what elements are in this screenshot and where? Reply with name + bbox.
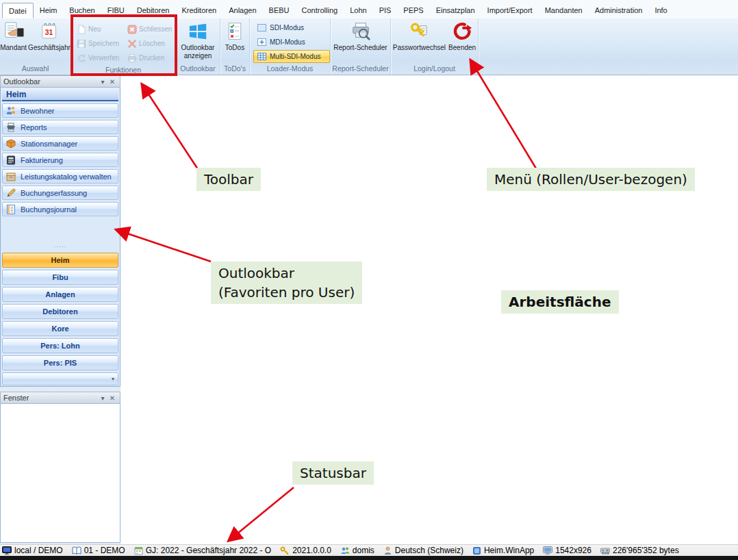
section-button-kore[interactable]: Kore — [2, 321, 118, 336]
sidebar-item-bewohner[interactable]: Bewohner — [2, 103, 118, 118]
tab-info[interactable]: Info — [648, 3, 673, 18]
panel-collapse-icon[interactable]: ▾ — [98, 78, 107, 86]
tab-peps[interactable]: PEPS — [397, 3, 429, 18]
bottom-edge-strip — [0, 556, 738, 560]
tab-debitoren[interactable]: Debitoren — [131, 3, 176, 18]
mdi-modus-label: MDI-Modus — [270, 38, 305, 46]
outlookbar-panel-header: Outlookbar ▾ ✕ — [0, 75, 120, 88]
sidebar-item-leistungskatalog[interactable]: Leistungskatalog verwalten — [2, 169, 118, 183]
journal-icon — [5, 204, 16, 215]
users-icon — [340, 546, 350, 555]
calendar-small-icon — [134, 546, 143, 555]
sidebar-item-reports[interactable]: Reports — [2, 120, 118, 134]
outlookbar-panel-body: Heim Bewohner Reports Stationsmanager Fa… — [0, 88, 120, 387]
tab-bebu[interactable]: BEBU — [263, 3, 296, 18]
beenden-label: Beenden — [448, 44, 476, 52]
tab-fibu[interactable]: FIBU — [101, 3, 131, 18]
section-button-anlagen[interactable]: Anlagen — [2, 287, 118, 302]
outlookbar-section-header: Heim — [2, 88, 118, 101]
panel-close-icon[interactable]: ✕ — [107, 78, 117, 86]
section-button-debitoren[interactable]: Debitoren — [2, 304, 118, 319]
new-document-icon — [77, 25, 86, 34]
status-language: Deutsch (Schweiz) — [383, 546, 463, 555]
geschaeftsjahr-button[interactable]: 31 Geschäftsjahr — [28, 18, 71, 52]
tab-controlling[interactable]: Controlling — [296, 3, 344, 18]
arrow-to-menu — [471, 61, 536, 168]
catalog-box-icon — [5, 171, 16, 182]
tab-datei[interactable]: Datei — [2, 3, 34, 18]
mdi-modus-option[interactable]: MDI-Modus — [253, 36, 330, 49]
display-icon — [543, 546, 552, 555]
tab-buchen[interactable]: Buchen — [63, 3, 101, 18]
fenster-panel-header: Fenster ▾ ✕ — [0, 392, 120, 404]
tab-import-export[interactable]: Import/Export — [481, 3, 539, 18]
delete-x-icon — [127, 39, 137, 49]
tab-lohn[interactable]: Lohn — [344, 3, 372, 18]
book-icon — [72, 546, 81, 555]
outlookbar-panel-title: Outlookbar — [3, 77, 98, 86]
ribbon: Datei Heim Buchen FIBU Debitoren Kredito… — [0, 0, 738, 75]
verwerfen-label: Verwerfen — [88, 54, 119, 62]
sidebar-item-buchungsjournal[interactable]: Buchungsjournal — [2, 202, 118, 216]
panel-collapse-icon[interactable]: ▾ — [98, 394, 107, 402]
speichern-button[interactable]: Speichern — [77, 36, 127, 51]
section-button-heim[interactable]: Heim — [2, 253, 118, 268]
arrow-to-toolbar — [142, 85, 198, 169]
beenden-button[interactable]: Beenden — [448, 18, 476, 52]
arrow-to-outlookbar — [117, 230, 211, 262]
tab-heim[interactable]: Heim — [34, 3, 64, 18]
loeschen-button[interactable]: Löschen — [127, 36, 177, 51]
sidebar-item-fakturierung[interactable]: Fakturierung — [2, 153, 118, 167]
annotation-menu: Menü (Rollen/User-bezogen) — [487, 168, 695, 191]
tab-pis[interactable]: PIS — [373, 3, 398, 18]
sidebar-item-label: Leistungskatalog verwalten — [21, 173, 112, 181]
exit-icon — [452, 21, 472, 42]
outlookbar-empty-space — [2, 216, 118, 244]
toolbar: Mandant 31 Geschäftsjahr Auswahl Neu — [0, 18, 738, 75]
group-loader-modus: SDI-Modus MDI-Modus Multi-SDI-Modus Load… — [250, 18, 331, 75]
panel-close-icon[interactable]: ✕ — [107, 394, 117, 402]
drucken-button[interactable]: Drucken — [127, 51, 177, 65]
tab-administration[interactable]: Administration — [589, 3, 649, 18]
schliessen-button[interactable]: Schliessen — [127, 22, 177, 36]
outlookbar-anzeigen-button[interactable]: Outlookbar anzeigen — [177, 18, 219, 60]
tab-kreditoren[interactable]: Kreditoren — [175, 3, 222, 18]
section-button-pers-lohn[interactable]: Pers: Lohn — [2, 338, 118, 353]
tab-anlagen[interactable]: Anlagen — [222, 3, 262, 18]
status-server-label: local / DEMO — [14, 546, 63, 555]
section-button-pers-pis[interactable]: Pers: PIS — [2, 355, 118, 370]
tab-einsatzplan[interactable]: Einsatzplan — [430, 3, 481, 18]
neu-button[interactable]: Neu — [77, 22, 127, 36]
mandant-icon — [3, 21, 24, 42]
geschaeftsjahr-label: Geschäftsjahr — [28, 44, 71, 52]
report-scheduler-button[interactable]: Report-Scheduler — [333, 18, 387, 52]
calendar-31-icon: 31 — [39, 21, 60, 42]
user-icon — [383, 546, 392, 555]
status-mandant-label: 01 - DEMO — [84, 546, 125, 555]
group-label-loader-modus: Loader-Modus — [250, 64, 330, 75]
sdi-modus-option[interactable]: SDI-Modus — [253, 21, 330, 34]
todos-button[interactable]: ToDos — [225, 18, 244, 52]
outlookbar-anzeigen-label: Outlookbar anzeigen — [177, 44, 219, 60]
section-button-fibu[interactable]: Fibu — [2, 270, 118, 285]
monitor-icon — [2, 546, 12, 555]
sections-overflow-button[interactable]: ▾ — [2, 372, 118, 385]
windows-logo-icon — [188, 21, 208, 42]
multi-sdi-grid-icon — [257, 51, 267, 62]
group-label-auswahl: Auswahl — [0, 64, 71, 75]
status-mandant: 01 - DEMO — [72, 546, 125, 555]
multi-sdi-modus-option[interactable]: Multi-SDI-Modus — [253, 50, 330, 63]
memory-icon — [600, 546, 610, 555]
sdi-modus-label: SDI-Modus — [270, 24, 304, 31]
sidebar-item-stationsmanager[interactable]: Stationsmanager — [2, 136, 118, 151]
tab-mandanten[interactable]: Mandanten — [539, 3, 589, 18]
sidebar-item-buchungserfassung[interactable]: Buchungserfassung — [2, 186, 118, 200]
annotation-statusbar: Statusbar — [292, 461, 374, 485]
passwortwechsel-button[interactable]: Passwortwechsel — [393, 18, 446, 52]
group-auswahl: Mandant 31 Geschäftsjahr Auswahl — [0, 18, 71, 75]
mandant-button[interactable]: Mandant — [0, 18, 27, 52]
status-app: Heim.WinApp — [472, 546, 534, 555]
fenster-panel-body — [0, 404, 120, 543]
verwerfen-button[interactable]: Verwerfen — [77, 51, 127, 65]
outlookbar-splitter-handle[interactable]: ····· — [2, 244, 118, 251]
